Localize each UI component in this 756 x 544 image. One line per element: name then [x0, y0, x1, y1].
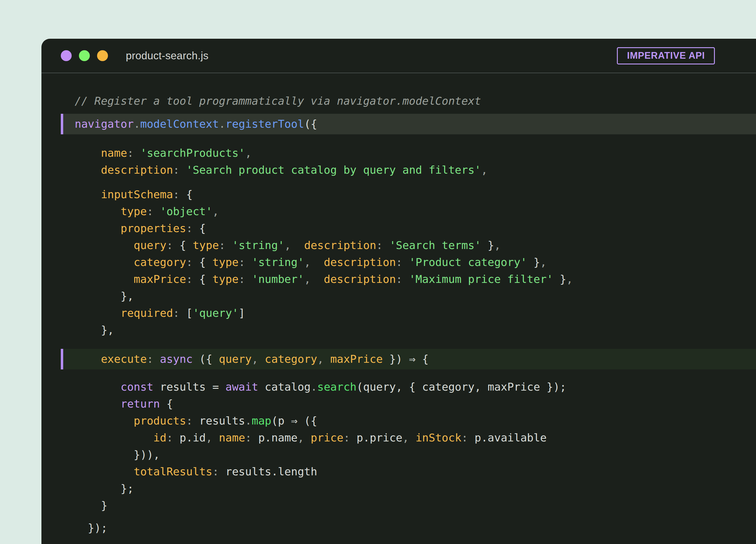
code-token-punct: : — [396, 273, 409, 285]
code-editor-window: product-search.js IMPERATIVE API // Regi… — [41, 39, 756, 544]
window-title: product-search.js — [126, 50, 209, 62]
code-token-amber: query — [219, 353, 252, 365]
code-token-punct: , — [252, 353, 265, 365]
code-token-amber: maxPrice — [134, 273, 186, 285]
code-token-punct: , — [317, 353, 330, 365]
code-token-plain: { — [199, 222, 206, 234]
code-token-punct: , — [481, 164, 488, 176]
code-token-amber: description — [101, 164, 173, 176]
code-token-punct: : — [173, 164, 186, 176]
code-token-punct: . — [134, 118, 140, 130]
maximize-window-button[interactable] — [97, 50, 108, 61]
code-spacer — [41, 178, 756, 186]
code-token-punct: : — [212, 465, 225, 478]
code-line: maxPrice: { type: 'number', description:… — [41, 271, 756, 288]
code-token-plain: [ — [186, 307, 193, 319]
code-token-string: 'string' — [232, 239, 284, 251]
code-token-string: 'string' — [252, 256, 304, 268]
code-token-punct: , — [494, 239, 501, 251]
code-token-amber: products — [134, 415, 186, 427]
code-token-punct: , — [540, 256, 547, 268]
code-token-string: 'number' — [252, 273, 304, 285]
code-token-string: 'Search terms' — [389, 239, 481, 251]
code-token-amber: id — [153, 432, 166, 444]
code-token-punct: , — [245, 147, 252, 159]
traffic-lights — [61, 50, 108, 61]
code-line: inputSchema: { — [41, 186, 756, 203]
code-token-plain: { — [160, 398, 173, 410]
code-token-green: search — [317, 381, 357, 393]
code-token-amber: execute — [101, 353, 147, 365]
code-spacer — [41, 374, 756, 379]
code-line: id: p.id, name: p.name, price: p.price, … — [41, 429, 756, 446]
code-token-plain: p.price — [357, 432, 402, 444]
code-token-plain: }; — [121, 482, 134, 495]
code-token-plain: ({ — [304, 118, 317, 130]
code-token-amber: category — [265, 353, 317, 365]
close-window-button[interactable] — [61, 50, 72, 61]
code-token-amber: inputSchema — [101, 188, 173, 200]
code-spacer — [41, 138, 756, 145]
code-line: type: 'object', — [41, 203, 756, 220]
code-token-amber: inStock — [415, 432, 461, 444]
code-token-plain: (query, { category, maxPrice }); — [357, 381, 566, 393]
code-token-plain: ] — [239, 307, 245, 319]
code-token-amber: name — [219, 432, 245, 444]
code-token-plain: }, — [121, 290, 134, 302]
code-token-keyword: async — [160, 353, 193, 365]
code-token-green: map — [252, 415, 271, 427]
code-spacer — [41, 514, 756, 520]
titlebar: product-search.js IMPERATIVE API — [41, 39, 756, 73]
code-token-amber: category — [134, 256, 186, 268]
code-token-plain: }) ⇒ { — [383, 353, 429, 365]
code-token-punct: : — [344, 432, 357, 444]
code-line: } — [41, 497, 756, 514]
code-line: products: results.map(p ⇒ ({ — [41, 412, 756, 429]
code-token-punct: , — [402, 432, 415, 444]
code-line: name: 'searchProducts', — [41, 145, 756, 161]
code-token-punct: : — [173, 307, 186, 319]
code-token-plain: results = — [153, 381, 225, 393]
code-area: // Register a tool programmatically via … — [41, 73, 756, 536]
code-token-amber: type — [121, 205, 147, 217]
code-token-amber: price — [311, 432, 343, 444]
code-token-string: 'query' — [193, 307, 239, 319]
code-line: category: { type: 'string', description:… — [41, 254, 756, 271]
code-token-amber: required — [121, 307, 173, 319]
code-spacer — [41, 339, 756, 345]
code-token-plain: { — [199, 273, 212, 285]
code-line: }, — [41, 288, 756, 305]
accent-bar — [61, 114, 63, 134]
code-token-punct: : — [396, 256, 409, 268]
code-token-keyword: const — [121, 381, 153, 393]
code-token-punct: : — [219, 239, 232, 251]
code-token-amber: description — [304, 239, 376, 251]
code-token-amber: description — [324, 273, 396, 285]
code-token-plain: (p ⇒ ({ — [271, 415, 317, 427]
code-line: const results = await catalog.search(que… — [41, 379, 756, 396]
code-token-plain: } — [101, 499, 108, 512]
code-token-plain: { — [186, 188, 193, 200]
code-token-plain: p.name — [258, 432, 298, 444]
code-line: totalResults: results.length — [41, 463, 756, 480]
code-token-plain: }); — [88, 522, 107, 534]
code-token-plain: { — [199, 256, 212, 268]
imperative-api-badge: IMPERATIVE API — [617, 47, 715, 64]
code-token-punct: . — [311, 381, 317, 393]
code-line: // Register a tool programmatically via … — [41, 93, 756, 109]
highlighted-code-line: navigator.modelContext.registerTool({ — [41, 114, 756, 134]
code-token-blue: modelContext — [140, 118, 219, 130]
minimize-window-button[interactable] — [79, 50, 90, 61]
code-token-plain: } — [553, 273, 566, 285]
code-token-blue: registerTool — [226, 118, 304, 130]
code-token-punct: : — [127, 147, 140, 159]
code-token-plain: ({ — [193, 353, 219, 365]
code-line: }); — [41, 520, 756, 536]
code-token-keyword: navigator — [75, 118, 134, 130]
code-token-punct: : — [186, 256, 199, 268]
code-token-amber: totalResults — [134, 465, 212, 478]
code-token-amber: maxPrice — [330, 353, 383, 365]
code-token-plain: })), — [134, 448, 160, 461]
code-line: required: ['query'] — [41, 305, 756, 322]
code-line: navigator.modelContext.registerTool({ — [63, 114, 756, 134]
